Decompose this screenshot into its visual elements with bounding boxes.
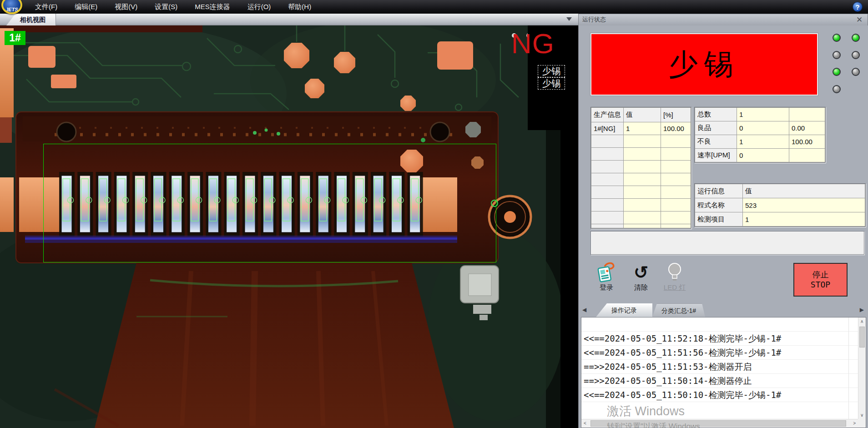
vertical-scrollbar[interactable]: ∧ ∨ (858, 317, 866, 419)
led-indicator (833, 51, 841, 59)
led-indicator (833, 34, 841, 42)
table-row (591, 186, 691, 199)
led-indicator (833, 85, 841, 93)
defect-label: 少锡 (538, 77, 565, 90)
led-light-button[interactable]: LED 灯 (659, 262, 691, 292)
led-light-label: LED 灯 (659, 283, 691, 292)
tab-camera-view[interactable]: 相机视图 (6, 14, 56, 25)
defect-banner: 少锡 (590, 33, 818, 96)
stop-label-cn: 停止 (812, 270, 829, 280)
app-logo-icon: JETS (1, 0, 22, 14)
statistics-table: 总数 1 良品 0 0.00 不良 1 100.00 速率[UPM] 0 (694, 107, 826, 163)
log-row (581, 317, 858, 332)
log-column-rule (848, 317, 849, 419)
col-header: 值 (743, 184, 865, 198)
led-indicator (852, 68, 860, 76)
status-panel-titlebar: 运行状态 ✕ (578, 14, 868, 25)
table-row (591, 148, 691, 161)
tab-scroll-left-icon[interactable]: ◀ (582, 307, 586, 313)
table-row (591, 173, 691, 186)
badge-icon (590, 262, 622, 283)
led-indicator (852, 34, 860, 42)
menu-settings[interactable]: 设置(S) (146, 0, 186, 14)
clear-button[interactable]: ↺ 清除 (625, 262, 657, 292)
bulb-icon (659, 262, 691, 283)
run-info-table: 运行信息 值 程式名称 523 检测项目 1 (694, 183, 866, 227)
menu-mes[interactable]: MES连接器 (186, 0, 239, 14)
menu-bar: JETS 文件(F) 编辑(E) 视图(V) 设置(S) MES连接器 运行(O… (0, 0, 868, 14)
login-label: 登录 (590, 283, 622, 292)
clear-label: 清除 (625, 283, 657, 292)
table-row: 速率[UPM] 0 (695, 149, 825, 162)
horizontal-scrollbar[interactable]: < > (581, 419, 858, 428)
scroll-down-icon[interactable]: ∨ (860, 413, 863, 418)
vertical-scroll-thumb[interactable] (859, 327, 865, 347)
operation-log-list: <<==2024-05-05_11:52:18-检测完毕-少锡-1# <<==2… (581, 317, 866, 428)
log-row: <<==2024-05-05_11:52:18-检测完毕-少锡-1# (581, 332, 858, 346)
table-row (591, 161, 691, 173)
help-icon[interactable]: ? (853, 2, 863, 12)
log-row: <<==2024-05-05_11:50:10-检测完毕-少锡-1# (581, 388, 858, 402)
horizontal-scroll-thumb[interactable] (590, 420, 846, 427)
status-panel-title: 运行状态 (582, 16, 606, 23)
scroll-right-icon[interactable]: > (853, 421, 856, 426)
table-row: 不良 1 100.00 (695, 135, 825, 149)
log-row: <<==2024-05-05_11:51:56-检测完毕-少锡-1# (581, 346, 858, 360)
production-table: 生产信息 值 [%] 1#[NG] 1 100.00 (590, 107, 691, 229)
menu-items: 文件(F) 编辑(E) 视图(V) 设置(S) MES连接器 运行(O) 帮助(… (26, 0, 320, 14)
table-row (591, 211, 691, 224)
defect-label: 少锡 (538, 65, 565, 77)
menu-run[interactable]: 运行(O) (239, 0, 280, 14)
status-panel: 少锡 生产信息 值 [%] 1#[NG] 1 100.00 (578, 25, 868, 428)
led-indicator (852, 51, 860, 59)
tab-operation-log[interactable]: 操作记录 (596, 303, 652, 317)
stop-button[interactable]: 停止 STOP (793, 263, 848, 297)
scroll-left-icon[interactable]: < (584, 421, 586, 426)
led-indicator (833, 68, 841, 76)
inspection-roi-rectangle (43, 144, 496, 262)
chevron-down-icon[interactable] (566, 17, 572, 21)
col-header: 值 (624, 108, 661, 122)
table-row (591, 224, 691, 228)
scrollbar-corner (858, 419, 866, 428)
tab-scroll-right-icon[interactable]: ▶ (860, 307, 864, 313)
octagon-pad (284, 43, 309, 68)
col-header: 生产信息 (591, 108, 624, 122)
log-tabbar: ◀ 操作记录 分类汇总-1# ▶ (579, 302, 868, 317)
clear-icon: ↺ (634, 263, 648, 282)
log-row: ==>>2024-05-05_11:50:14-检测器停止 (581, 374, 858, 388)
menu-file[interactable]: 文件(F) (26, 0, 66, 14)
close-icon[interactable]: ✕ (855, 15, 864, 25)
camera-view: 1# NG 少锡 少锡 (0, 25, 578, 428)
table-row: 检测项目 1 (695, 212, 865, 227)
login-button[interactable]: 登录 (590, 262, 622, 292)
log-lines: <<==2024-05-05_11:52:18-检测完毕-少锡-1# <<==2… (581, 317, 858, 419)
result-text: NG (511, 27, 555, 60)
tab-class-summary[interactable]: 分类汇总-1# (652, 303, 705, 317)
table-row: 总数 1 (695, 108, 825, 121)
stop-label-en: STOP (811, 280, 830, 290)
octagon-pad (305, 79, 324, 98)
message-box (590, 231, 864, 255)
scroll-up-icon[interactable]: ∧ (860, 319, 863, 324)
col-header: [%] (661, 108, 691, 122)
table-row: 程式名称 523 (695, 198, 865, 212)
table-row: 良品 0 0.00 (695, 121, 825, 135)
table-row (591, 135, 691, 148)
menu-help[interactable]: 帮助(H) (279, 0, 320, 14)
station-marker: 1# (5, 31, 25, 45)
table-row: 1#[NG] 1 100.00 (591, 122, 691, 135)
table-row (591, 199, 691, 211)
defect-banner-text: 少锡 (669, 45, 740, 84)
menu-view[interactable]: 视图(V) (106, 0, 146, 14)
menu-edit[interactable]: 编辑(E) (66, 0, 106, 14)
camera-tabbar: 相机视图 (0, 14, 578, 25)
col-header: 运行信息 (695, 184, 743, 198)
log-row: ==>>2024-05-05_11:51:53-检测器开启 (581, 360, 858, 374)
